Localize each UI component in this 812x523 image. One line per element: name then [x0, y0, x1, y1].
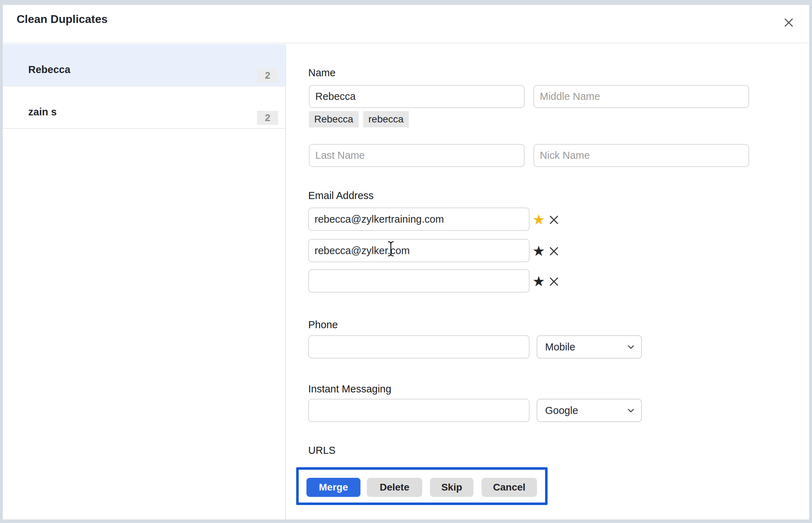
im-input[interactable]: [308, 399, 530, 422]
close-button[interactable]: [781, 15, 796, 30]
skip-button[interactable]: Skip: [430, 478, 473, 497]
im-type-dropdown[interactable]: Google: [537, 399, 642, 422]
remove-email-button[interactable]: [549, 246, 559, 257]
urls-section-label: URLS: [308, 445, 335, 456]
nick-name-input[interactable]: [533, 144, 749, 167]
name-suggestion-chip[interactable]: rebecca: [363, 111, 409, 127]
remove-icon: [549, 247, 559, 256]
name-section-label: Name: [308, 67, 335, 79]
email-section-label: Email Address: [308, 190, 374, 202]
im-section-label: Instant Messaging: [308, 383, 391, 395]
set-primary-email-button[interactable]: ★: [531, 212, 547, 227]
duplicate-count-badge: 2: [257, 111, 278, 125]
remove-icon: [549, 277, 559, 286]
duplicate-group-rebecca[interactable]: Rebecca 2: [3, 44, 285, 86]
set-primary-email-button[interactable]: ★: [531, 273, 547, 289]
phone-type-value: Mobile: [545, 341, 575, 353]
delete-button[interactable]: Delete: [367, 478, 422, 497]
remove-icon: [549, 215, 559, 224]
name-suggestions: Rebecca rebecca: [309, 111, 409, 127]
phone-input[interactable]: [308, 335, 530, 359]
email-input-1[interactable]: [308, 208, 530, 231]
first-name-input[interactable]: [309, 85, 525, 108]
dialog-header: Clean Duplicates: [3, 5, 809, 43]
close-icon: [784, 18, 793, 27]
remove-email-button[interactable]: [549, 215, 559, 225]
chevron-down-icon: [628, 409, 634, 413]
duplicate-groups-list: Rebecca 2 zain s 2: [3, 44, 286, 519]
duplicate-group-zain-s[interactable]: zain s 2: [3, 86, 285, 129]
im-type-value: Google: [545, 405, 578, 416]
star-icon: ★: [532, 244, 545, 258]
name-suggestion-chip[interactable]: Rebecca: [309, 111, 359, 127]
email-input-3[interactable]: [308, 269, 530, 293]
merge-button[interactable]: Merge: [306, 478, 360, 497]
action-buttons-highlight-box: Merge Delete Skip Cancel: [296, 467, 548, 505]
last-name-input[interactable]: [309, 144, 525, 167]
star-icon: ★: [532, 212, 545, 227]
group-name: zain s: [3, 97, 57, 118]
duplicate-count-badge: 2: [257, 68, 278, 83]
star-icon: ★: [532, 274, 545, 288]
group-name: Rebecca: [3, 55, 70, 76]
chevron-down-icon: [628, 345, 634, 349]
email-input-2[interactable]: [308, 239, 530, 262]
cancel-button[interactable]: Cancel: [482, 478, 537, 497]
phone-type-dropdown[interactable]: Mobile: [537, 335, 642, 359]
middle-name-input[interactable]: [533, 85, 749, 108]
remove-email-button[interactable]: [549, 276, 559, 287]
phone-section-label: Phone: [308, 319, 338, 331]
dialog-title: Clean Duplicates: [17, 13, 108, 26]
clean-duplicates-dialog: Clean Duplicates Rebecca 2 zain s 2 Name…: [3, 5, 809, 519]
set-primary-email-button[interactable]: ★: [531, 243, 547, 259]
